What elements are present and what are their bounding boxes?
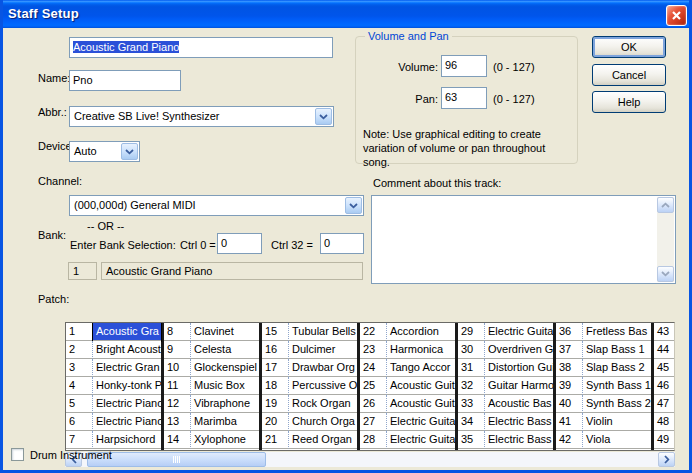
patch-number-cell[interactable]: 31 (458, 359, 485, 377)
patch-name-cell[interactable]: Tubular Bells (289, 323, 357, 341)
patch-number-cell[interactable]: 19 (262, 395, 289, 413)
patch-name-cell[interactable]: Electric Piano (93, 413, 161, 431)
patch-name-cell[interactable]: Marimba (191, 413, 259, 431)
patch-number-cell[interactable]: 2 (66, 341, 93, 359)
patch-name-cell[interactable]: Electric Guita (387, 431, 455, 449)
patch-number-cell[interactable]: 42 (556, 431, 583, 449)
device-select-arrow[interactable] (315, 108, 332, 125)
patch-number-cell[interactable]: 46 (654, 377, 675, 395)
patch-name-cell[interactable]: Acoustic Bas (485, 395, 553, 413)
patch-number-cell[interactable]: 16 (262, 341, 289, 359)
patch-name-cell[interactable]: Overdriven G (485, 341, 553, 359)
patch-number-cell[interactable]: 40 (556, 395, 583, 413)
patch-number-cell[interactable]: 29 (458, 323, 485, 341)
patch-number-cell[interactable]: 30 (458, 341, 485, 359)
patch-number-cell[interactable]: 15 (262, 323, 289, 341)
patch-number-cell[interactable]: 8 (164, 323, 191, 341)
patch-number-cell[interactable]: 22 (360, 323, 387, 341)
patch-name-cell[interactable]: Reed Organ (289, 431, 357, 449)
titlebar[interactable]: Staff Setup (0, 0, 692, 28)
comment-textarea[interactable] (371, 195, 676, 284)
patch-number-cell[interactable]: 27 (360, 413, 387, 431)
patch-name-cell[interactable]: Church Orga (289, 413, 357, 431)
patch-number-cell[interactable]: 20 (262, 413, 289, 431)
patch-number-cell[interactable]: 17 (262, 359, 289, 377)
patch-number-cell[interactable]: 43 (654, 323, 675, 341)
patch-number-cell[interactable]: 41 (556, 413, 583, 431)
patch-name-cell[interactable]: Vibraphone (191, 395, 259, 413)
patch-name-cell[interactable]: Harpsichord (93, 431, 161, 449)
ok-button[interactable]: OK (592, 36, 666, 58)
cancel-button[interactable]: Cancel (592, 64, 666, 86)
patch-name-cell[interactable]: Percussive O (289, 377, 357, 395)
patch-name-cell[interactable]: Electric Guita (485, 323, 553, 341)
hscrollbar-thumb[interactable] (87, 452, 266, 467)
patch-name-cell[interactable]: Electric Bass (485, 413, 553, 431)
patch-name-cell[interactable]: Accordion (387, 323, 455, 341)
patch-number-cell[interactable]: 4 (66, 377, 93, 395)
patch-name-cell[interactable]: Synth Bass 2 (583, 395, 651, 413)
patch-name-cell[interactable]: Violin (583, 413, 651, 431)
patch-number-cell[interactable]: 13 (164, 413, 191, 431)
channel-select[interactable]: Auto (69, 141, 140, 162)
patch-number-cell[interactable]: 26 (360, 395, 387, 413)
patch-number-cell[interactable]: 33 (458, 395, 485, 413)
patch-number-cell[interactable]: 47 (654, 395, 675, 413)
patch-number-cell[interactable]: 12 (164, 395, 191, 413)
patch-number-cell[interactable]: 36 (556, 323, 583, 341)
scroll-right-button[interactable] (658, 452, 675, 467)
patch-number-cell[interactable]: 14 (164, 431, 191, 449)
patch-number-cell[interactable]: 23 (360, 341, 387, 359)
patch-number-cell[interactable]: 44 (654, 341, 675, 359)
patch-name-cell[interactable]: Fretless Bas (583, 323, 651, 341)
patch-name-cell[interactable]: Glockenspiel (191, 359, 259, 377)
patch-number-cell[interactable]: 1 (66, 323, 93, 341)
patch-name-cell[interactable]: Electric Piano (93, 395, 161, 413)
patch-table-hscrollbar[interactable] (65, 452, 675, 467)
patch-number-cell[interactable]: 21 (262, 431, 289, 449)
patch-name-cell[interactable]: Honky-tonk Pi (93, 377, 161, 395)
patch-name-cell[interactable]: Celesta (191, 341, 259, 359)
patch-number-cell[interactable]: 45 (654, 359, 675, 377)
patch-name-cell-selected[interactable]: Acoustic Gra (93, 323, 161, 341)
patch-name-cell[interactable]: Slap Bass 1 (583, 341, 651, 359)
patch-name-cell[interactable]: Acoustic Guit (387, 395, 455, 413)
patch-name-cell[interactable]: Tango Accor (387, 359, 455, 377)
pan-input[interactable]: 63 (441, 87, 487, 109)
patch-name-cell[interactable]: Bright Acoust (93, 341, 161, 359)
patch-name-cell[interactable]: Viola (583, 431, 651, 449)
patch-name-cell[interactable]: Electric Guita (387, 413, 455, 431)
volume-input[interactable]: 96 (441, 55, 487, 77)
patch-name-cell[interactable]: Electric Gran (93, 359, 161, 377)
patch-name-cell[interactable]: Dulcimer (289, 341, 357, 359)
patch-number-cell[interactable]: 38 (556, 359, 583, 377)
patch-number-cell[interactable]: 39 (556, 377, 583, 395)
patch-number-cell[interactable]: 34 (458, 413, 485, 431)
patch-number-cell[interactable]: 7 (66, 431, 93, 449)
ctrl0-input[interactable]: 0 (217, 233, 262, 254)
bank-select[interactable]: (000,000d) General MIDI (69, 195, 364, 216)
patch-number-cell[interactable]: 18 (262, 377, 289, 395)
patch-name-cell[interactable]: Electric Bass (485, 431, 553, 449)
patch-number-cell[interactable]: 10 (164, 359, 191, 377)
patch-number-cell[interactable]: 3 (66, 359, 93, 377)
name-input[interactable]: Acoustic Grand Piano (69, 37, 333, 58)
scroll-up-button[interactable] (657, 197, 674, 213)
scroll-down-button[interactable] (657, 266, 674, 282)
close-button[interactable] (666, 5, 687, 26)
patch-number-cell[interactable]: 48 (654, 413, 675, 431)
patch-number-cell[interactable]: 9 (164, 341, 191, 359)
patch-name-cell[interactable]: Drawbar Org (289, 359, 357, 377)
device-select[interactable]: Creative SB Live! Synthesizer (69, 106, 334, 127)
ctrl32-input[interactable]: 0 (320, 233, 364, 254)
comment-scrollbar[interactable] (657, 197, 674, 282)
patch-name-cell[interactable]: Guitar Harmo (485, 377, 553, 395)
patch-name-cell[interactable]: Harmonica (387, 341, 455, 359)
patch-name-cell[interactable]: Slap Bass 2 (583, 359, 651, 377)
patch-name-cell[interactable]: Rock Organ (289, 395, 357, 413)
patch-number-cell[interactable]: 35 (458, 431, 485, 449)
patch-name-cell[interactable]: Music Box (191, 377, 259, 395)
patch-number-cell[interactable]: 25 (360, 377, 387, 395)
help-button[interactable]: Help (592, 91, 666, 113)
patch-number-cell[interactable]: 24 (360, 359, 387, 377)
